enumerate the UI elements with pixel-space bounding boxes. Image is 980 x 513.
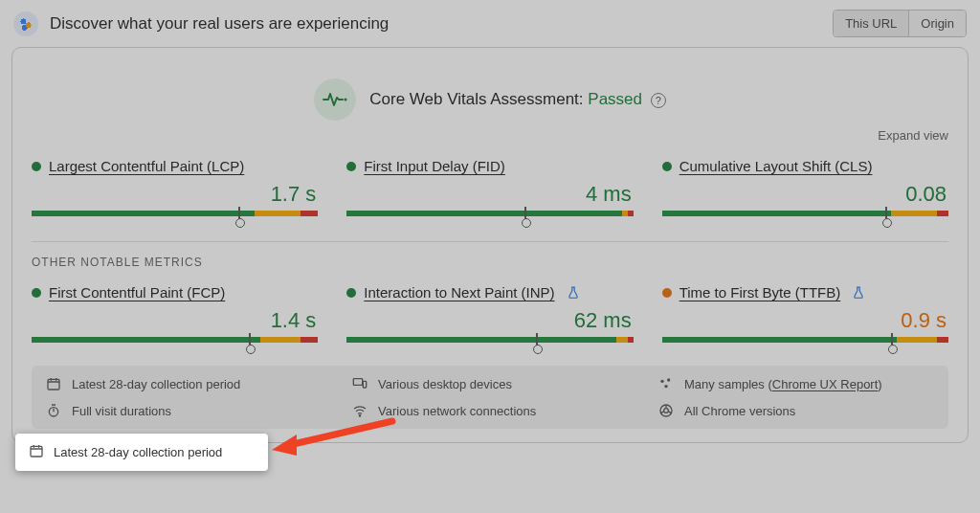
- metric-cls: Cumulative Layout Shift (CLS) 0.08: [662, 158, 948, 218]
- svg-point-4: [660, 380, 663, 383]
- status-dot: [346, 162, 356, 171]
- footer-durations-text: Full visit durations: [72, 404, 171, 418]
- core-metrics-row: Largest Contentful Paint (LCP) 1.7 s Fir…: [32, 158, 948, 218]
- assessment-row: Core Web Vitals Assessment: Passed ?: [32, 78, 948, 121]
- expand-view-link[interactable]: Expand view: [32, 128, 948, 143]
- footer-box: Latest 28-day collection period Various …: [32, 366, 948, 429]
- metric-value: 4 ms: [346, 182, 631, 207]
- tab-origin[interactable]: Origin: [909, 11, 966, 36]
- metric-bar: [662, 211, 948, 218]
- assessment-text: Core Web Vitals Assessment: Passed ?: [369, 90, 665, 109]
- footer-devices: Various desktop devices: [351, 375, 629, 392]
- chrome-icon: [657, 402, 675, 419]
- status-dot: [32, 162, 41, 171]
- svg-point-10: [664, 409, 669, 413]
- other-metrics-label: OTHER NOTABLE METRICS: [32, 256, 948, 269]
- metric-bar: [32, 337, 318, 345]
- svg-rect-1: [48, 379, 59, 390]
- status-dot: [662, 288, 672, 298]
- svg-rect-3: [363, 381, 366, 388]
- calendar-icon: [45, 375, 62, 392]
- footer-devices-text: Various desktop devices: [378, 377, 512, 391]
- wifi-icon: [351, 402, 368, 419]
- footer-period: Latest 28-day collection period: [45, 375, 323, 392]
- scope-toggle: This URL Origin: [833, 10, 967, 37]
- status-dot: [32, 288, 41, 298]
- other-metrics-row: First Contentful Paint (FCP) 1.4 s Inter…: [32, 284, 948, 345]
- flask-icon: [852, 286, 865, 300]
- svg-point-0: [345, 99, 347, 101]
- metric-name[interactable]: Interaction to Next Paint (INP): [364, 284, 554, 301]
- metric-value: 0.9 s: [662, 308, 947, 333]
- flask-icon: [567, 286, 580, 300]
- svg-point-5: [667, 378, 670, 381]
- highlight-period: Latest 28-day collection period: [15, 434, 268, 471]
- svg-rect-11: [31, 446, 42, 457]
- metric-lcp: Largest Contentful Paint (LCP) 1.7 s: [32, 158, 318, 218]
- metric-name[interactable]: Time to First Byte (TTFB): [679, 284, 841, 301]
- metric-inp: Interaction to Next Paint (INP) 62 ms: [346, 284, 633, 345]
- calendar-icon: [29, 443, 44, 461]
- metric-value: 0.08: [662, 182, 947, 207]
- footer-network: Various network connections: [351, 402, 629, 419]
- status-dot: [662, 162, 672, 171]
- footer-versions: All Chrome versions: [657, 402, 935, 419]
- footer-network-text: Various network connections: [378, 404, 536, 418]
- metric-value: 1.4 s: [32, 308, 316, 333]
- metric-name[interactable]: Cumulative Layout Shift (CLS): [679, 158, 873, 174]
- svg-rect-2: [353, 379, 362, 386]
- devices-icon: [351, 375, 368, 392]
- svg-point-6: [664, 385, 667, 388]
- crux-link[interactable]: Chrome UX Report: [772, 377, 879, 391]
- footer-samples: Many samples (Chrome UX Report): [657, 375, 935, 392]
- samples-icon: [657, 375, 675, 392]
- footer-period-text: Latest 28-day collection period: [72, 377, 240, 391]
- metric-fid: First Input Delay (FID) 4 ms: [346, 158, 633, 218]
- assessment-label: Core Web Vitals Assessment:: [369, 90, 583, 108]
- assessment-status: Passed: [588, 90, 642, 108]
- footer-durations: Full visit durations: [45, 402, 323, 419]
- page-title: Discover what your real users are experi…: [50, 14, 389, 33]
- metric-value: 1.7 s: [32, 182, 316, 207]
- metric-bar: [662, 337, 948, 345]
- metric-bar: [346, 337, 633, 345]
- metric-value: 62 ms: [346, 308, 631, 333]
- help-icon[interactable]: ?: [651, 93, 666, 108]
- header: Discover what your real users are experi…: [0, 0, 980, 43]
- highlight-period-text: Latest 28-day collection period: [54, 445, 222, 459]
- status-dot: [346, 288, 356, 298]
- pulse-icon: [314, 78, 356, 121]
- svg-point-8: [359, 415, 360, 416]
- metric-name[interactable]: First Input Delay (FID): [364, 158, 505, 174]
- metric-name[interactable]: First Contentful Paint (FCP): [49, 284, 225, 301]
- footer-versions-text: All Chrome versions: [684, 404, 795, 418]
- metric-bar: [32, 211, 318, 218]
- metric-bar: [346, 211, 633, 218]
- divider: [32, 241, 948, 242]
- metric-name[interactable]: Largest Contentful Paint (LCP): [49, 158, 244, 174]
- lab-icon: [13, 11, 38, 36]
- stopwatch-icon: [45, 402, 62, 419]
- field-data-panel: Core Web Vitals Assessment: Passed ? Exp…: [11, 47, 969, 443]
- tab-this-url[interactable]: This URL: [834, 11, 909, 36]
- footer-samples-text: Many samples (Chrome UX Report): [684, 377, 882, 391]
- metric-ttfb: Time to First Byte (TTFB) 0.9 s: [662, 284, 948, 345]
- metric-fcp: First Contentful Paint (FCP) 1.4 s: [32, 284, 318, 345]
